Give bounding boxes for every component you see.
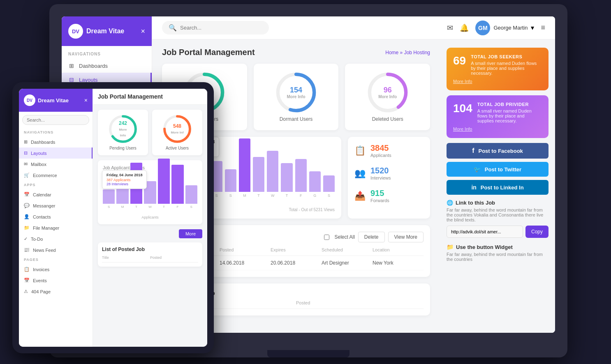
close-icon[interactable]: × — [141, 27, 145, 36]
globe-icon: 🌐 — [447, 200, 453, 206]
job-provider-more-link[interactable]: More Info — [453, 127, 542, 131]
tablet-dashboard-icon: ⊞ — [24, 139, 28, 145]
sidebar-item-label: Dashboards — [79, 63, 108, 69]
col-expires: Expires — [271, 247, 322, 252]
tablet-ecommerce-icon: 🛒 — [24, 173, 30, 178]
linkedin-button[interactable]: in Post to Linked In — [447, 180, 549, 195]
page-title-row: Job Portal Management Home » Job Hosting — [162, 48, 430, 57]
stat-card-dormant-users: 154 More Info Dormant Users — [254, 64, 339, 130]
tablet-pending-more: More Info — [119, 128, 127, 137]
donut-deleted-users: 96 More Info — [367, 72, 408, 113]
tablet-bar-0 — [103, 189, 115, 204]
header-search-box[interactable]: 🔍 — [162, 21, 269, 35]
list-col-posted: Posted — [296, 300, 424, 305]
tablet-close-icon[interactable]: × — [84, 97, 88, 104]
tablet-stats-row: 242 More Info Pending Users — [98, 110, 202, 155]
tablet-page-title: Job Portal Management — [98, 93, 163, 100]
select-all-checkbox[interactable] — [324, 235, 329, 240]
donut-dormant-users: 154 More Info — [275, 72, 317, 113]
forwards-icon: 📤 — [354, 191, 366, 201]
twitter-button[interactable]: 🐦 Post to Twitter — [447, 162, 549, 177]
tablet-nav-label-404: 404 Page — [31, 289, 51, 294]
view-more-button[interactable]: View More — [388, 232, 424, 242]
tablet-list-title: List of Posted Job — [102, 247, 198, 252]
tablet-nav-layouts[interactable]: ⊟ Layouts — [19, 147, 93, 159]
mail-icon[interactable]: ✉ — [447, 23, 453, 32]
link-input[interactable] — [447, 226, 523, 238]
tablet-list-cols: Title Posted — [102, 256, 198, 263]
tablet-nav-messenger[interactable]: 💬 Messanger — [19, 200, 93, 211]
bar-label-5: M — [243, 194, 246, 198]
job-seekers-title: TOTAL JOB SEEKERS — [471, 54, 542, 59]
tablet-bar-label-0: S — [108, 205, 110, 209]
job-provider-title: TOTAL JOB PRIVIDER — [477, 102, 542, 107]
tablet-apps-label: APPS — [19, 181, 93, 189]
tablet-nav-404[interactable]: ⚠ 404 Page — [19, 286, 93, 297]
menu-icon[interactable]: ≡ — [541, 23, 545, 32]
tablet-header: Job Portal Management — [93, 89, 207, 105]
tablet-bar-5 — [171, 165, 183, 204]
bell-icon[interactable]: 🔔 — [460, 23, 469, 32]
avatar: GM — [475, 21, 490, 35]
row-scheduled: Art Designer — [322, 260, 373, 266]
bar-group-11: S — [323, 175, 335, 198]
deleted-users-label: Deleted Users — [372, 116, 403, 122]
tablet-bar-group-5: F — [171, 165, 183, 209]
tablet-bar-group-0: S — [103, 189, 115, 209]
stat-applicants: 📋 3845 Applicants — [354, 143, 424, 158]
tablet-nav-invoices[interactable]: 📋 Invoices — [19, 264, 93, 275]
bar-group-5: M — [239, 138, 250, 198]
tablet-chart-card: Job Applicant Details Friday, 04 June 20… — [98, 160, 202, 224]
tablet-chart-x-label: Applicants — [103, 215, 197, 219]
tablet-nav-file-manager[interactable]: 📁 File Manager — [19, 222, 93, 233]
bar-label-4: S — [229, 194, 232, 198]
widget-title: 📁 Use the button Widget — [447, 244, 549, 250]
facebook-button[interactable]: f Post to Facebook — [447, 143, 549, 159]
copy-button[interactable]: Copy — [525, 226, 549, 238]
tablet-nav-contacts[interactable]: 👤 Contacts — [19, 211, 93, 222]
sidebar-item-dashboards[interactable]: ⊞ Dashboards — [62, 59, 152, 73]
tablet-nav-label-layouts: Layouts — [31, 151, 47, 156]
dashboard-icon: ⊞ — [68, 62, 75, 69]
tablet-calendar-icon: 📅 — [24, 192, 30, 197]
tablet-nav-dashboards[interactable]: ⊞ Dashboards — [19, 136, 93, 147]
interviews-label: Interviews — [370, 175, 391, 180]
tablet-layouts-icon: ⊟ — [24, 150, 28, 156]
tablet-active-label: Active Users — [166, 146, 189, 150]
row-expires: 20.06.2018 — [271, 260, 322, 266]
interviews-icon: 👥 — [354, 168, 366, 179]
tablet-more-button[interactable]: More — [179, 229, 202, 238]
row-posted: 14.06.2018 — [220, 260, 271, 266]
tablet-nav-label-invoices: Invoices — [33, 267, 49, 272]
tablet-nav-todo[interactable]: ✓ To-Do — [19, 233, 93, 244]
laptop-notch — [267, 350, 349, 357]
header-user[interactable]: GM George Martin ▾ — [475, 21, 534, 35]
linkedin-icon: in — [471, 184, 476, 191]
applicants-label: Applicants — [370, 153, 391, 158]
logo-circle: DV — [68, 24, 83, 39]
tablet-search-input[interactable] — [22, 115, 89, 125]
tablet-search — [19, 112, 93, 128]
tablet-nav-mailbox[interactable]: ✉ Mailbox — [19, 159, 93, 170]
tablet-nav-calendar[interactable]: 📅 Calendar — [19, 189, 93, 200]
tablet-nav-news[interactable]: 📰 News Feed — [19, 244, 93, 256]
tablet-bar-label-2: T — [135, 205, 137, 209]
tablet-bar-label-4: T — [163, 205, 165, 209]
bar-5 — [239, 138, 250, 192]
tablet-nav-label-news: News Feed — [33, 248, 56, 253]
tablet-list-col-posted: Posted — [150, 256, 198, 260]
stat-forwards: 📤 915 Forwards — [354, 189, 424, 203]
bar-group-9: F — [295, 159, 307, 198]
tablet-nav-label-dashboards: Dashboards — [31, 140, 55, 145]
job-provider-number: 104 — [453, 102, 472, 115]
tablet-nav-events[interactable]: 📅 Events — [19, 275, 93, 286]
bar-11 — [323, 175, 335, 192]
job-provider-description: A small river named Duden flows by their… — [477, 108, 542, 123]
tablet-nav-ecommerce[interactable]: 🛒 Ecommerce — [19, 170, 93, 181]
job-seekers-more-link[interactable]: More Info — [453, 79, 542, 84]
deleted-users-more: More Info — [378, 94, 397, 99]
search-input[interactable] — [180, 25, 262, 31]
delete-button[interactable]: Delete — [358, 232, 385, 242]
tablet-stat-active: 548 More Inf Active Users — [152, 110, 202, 155]
right-sidebar: 69 TOTAL JOB SEEKERS A small river named… — [440, 39, 555, 333]
